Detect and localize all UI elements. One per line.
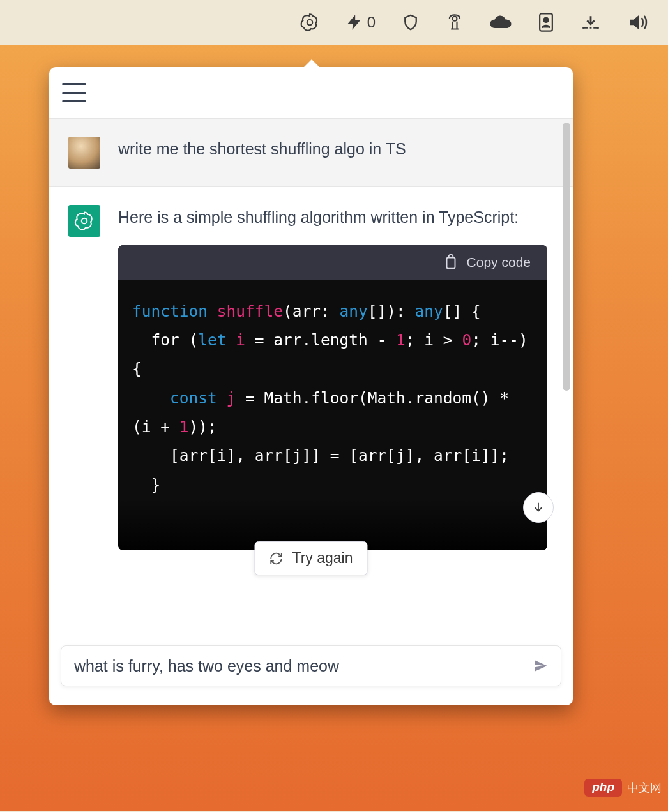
svg-rect-5: [446, 258, 455, 269]
popover-pointer: [303, 59, 320, 68]
avatar-assistant: [68, 205, 100, 237]
try-again-label: Try again: [292, 550, 353, 567]
assistant-message-body: Here is a simple shuffling algorithm wri…: [118, 205, 554, 550]
svg-point-0: [307, 20, 312, 26]
bolt-count: 0: [367, 13, 376, 31]
message-user: write me the shortest shuffling algo in …: [49, 119, 573, 187]
message-assistant: Here is a simple shuffling algorithm wri…: [49, 187, 573, 568]
shield-icon[interactable]: [401, 10, 420, 35]
svg-point-1: [453, 17, 457, 21]
message-input-wrapper[interactable]: [61, 645, 561, 686]
avatar-user: [68, 137, 100, 169]
menu-icon[interactable]: [62, 83, 86, 102]
copy-code-label: Copy code: [467, 252, 531, 273]
assistant-intro-text: Here is a simple shuffling algorithm wri…: [118, 205, 547, 230]
input-bar: [49, 638, 573, 705]
popover-topbar: [49, 67, 573, 119]
code-block: Copy code function shuffle(arr: any[]): …: [118, 245, 547, 550]
bolt-icon[interactable]: 0: [345, 10, 376, 35]
openai-icon[interactable]: [300, 10, 320, 35]
badge-icon[interactable]: [538, 10, 554, 35]
tower-icon[interactable]: [446, 10, 464, 35]
macos-menu-bar: 0: [0, 0, 668, 45]
watermark: php 中文网: [584, 779, 662, 797]
message-input[interactable]: [73, 656, 530, 676]
watermark-text: 中文网: [627, 782, 662, 793]
cloud-icon[interactable]: [489, 10, 512, 35]
chat-area: write me the shortest shuffling algo in …: [49, 119, 573, 638]
send-icon: [533, 658, 549, 674]
chatgpt-popover: write me the shortest shuffling algo in …: [49, 67, 573, 705]
copy-code-button[interactable]: Copy code: [118, 245, 547, 280]
download-icon[interactable]: [580, 10, 602, 35]
send-button[interactable]: [530, 655, 552, 677]
refresh-icon: [269, 552, 283, 566]
scrollbar-thumb[interactable]: [563, 123, 570, 391]
volume-icon[interactable]: [627, 10, 649, 35]
try-again-button[interactable]: Try again: [254, 541, 367, 575]
scroll-down-button[interactable]: [523, 492, 554, 523]
code-content[interactable]: function shuffle(arr: any[]): any[] { fo…: [118, 280, 547, 550]
svg-point-3: [543, 18, 548, 22]
user-message-text: write me the shortest shuffling algo in …: [118, 137, 554, 169]
watermark-brand: php: [584, 779, 622, 797]
svg-point-4: [82, 218, 87, 224]
